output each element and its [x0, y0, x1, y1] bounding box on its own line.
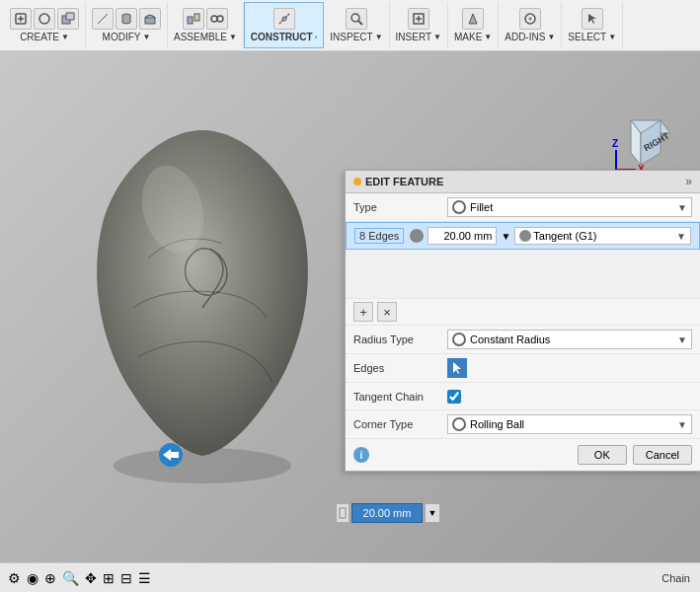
dimension-label-icon: [336, 503, 350, 523]
status-icon-zoom[interactable]: 🔍: [62, 570, 79, 586]
make-label[interactable]: MAKE ▼: [454, 32, 492, 42]
type-label: Type: [353, 201, 447, 213]
addins-icon-1[interactable]: [519, 8, 541, 30]
modify-icon-1[interactable]: [92, 8, 114, 30]
dimension-value-display[interactable]: 20.00 mm: [351, 503, 423, 523]
canvas-area: Z X RIGHT EDIT FEATURE » Type: [0, 51, 700, 592]
edges-row[interactable]: 8 Edges ▼ Tangent (G1) ▼: [346, 222, 700, 250]
toolbar: CREATE ▼ MODIFY ▼: [0, 0, 700, 51]
edges-select-control: [447, 358, 692, 378]
status-icon-grid[interactable]: ⊞: [103, 570, 115, 586]
toolbar-section-create[interactable]: CREATE ▼: [4, 2, 86, 48]
status-bar: ⚙ ◉ ⊕ 🔍 ✥ ⊞ ⊟ ☰ Chain: [0, 562, 700, 592]
panel-empty-space: [346, 250, 700, 299]
create-icon-3[interactable]: [57, 8, 79, 30]
radius-type-arrow: ▼: [677, 334, 687, 345]
remove-edge-set-button[interactable]: ×: [377, 302, 397, 322]
svg-point-13: [351, 14, 359, 22]
toolbar-section-make[interactable]: MAKE ▼: [448, 2, 499, 48]
edges-count-badge: 8 Edges: [354, 228, 404, 244]
create-icon-2[interactable]: [34, 8, 55, 30]
corner-type-icon: [452, 417, 466, 431]
corner-type-control[interactable]: Rolling Ball ▼: [447, 414, 692, 434]
toolbar-section-assemble[interactable]: ASSEMBLE ▼: [168, 2, 244, 48]
toolbar-section-select[interactable]: SELECT ▼: [562, 2, 623, 48]
inspect-label[interactable]: INSPECT ▼: [330, 32, 382, 42]
tangent-chain-checkbox[interactable]: [447, 390, 461, 404]
edge-size-input[interactable]: [428, 227, 497, 245]
toolbar-section-addins[interactable]: ADD-INS ▼: [499, 2, 562, 48]
tangent-value: Tangent (G1): [533, 230, 596, 242]
toolbar-section-inspect[interactable]: INSPECT ▼: [324, 2, 389, 48]
dimension-dropdown-arrow[interactable]: ▼: [425, 503, 440, 523]
construct-icon-1[interactable]: [273, 8, 295, 30]
toolbar-section-modify[interactable]: MODIFY ▼: [86, 2, 168, 48]
status-icon-layers[interactable]: ☰: [138, 570, 151, 586]
make-icon-1[interactable]: [462, 8, 484, 30]
svg-point-3: [39, 14, 49, 24]
select-icon-1[interactable]: [582, 8, 603, 30]
info-icon[interactable]: i: [353, 447, 369, 463]
fillet-type-value: Fillet: [470, 201, 493, 213]
inspect-icon-1[interactable]: [346, 8, 367, 30]
modify-icon-3[interactable]: [139, 8, 161, 30]
edge-size-icon: [410, 229, 424, 243]
svg-point-9: [211, 16, 217, 22]
edges-select-row: Edges: [346, 354, 700, 383]
modify-label[interactable]: MODIFY ▼: [103, 32, 151, 42]
make-arrow: ▼: [484, 33, 492, 41]
assemble-label[interactable]: ASSEMBLE ▼: [174, 32, 237, 42]
radius-type-icon: [452, 333, 466, 346]
ok-button[interactable]: OK: [578, 445, 627, 465]
assemble-icon-1[interactable]: [183, 8, 204, 30]
addins-label[interactable]: ADD-INS ▼: [505, 32, 555, 42]
create-label[interactable]: CREATE ▼: [20, 32, 69, 42]
insert-icon-1[interactable]: [408, 8, 429, 30]
chain-label: Chain: [661, 572, 690, 584]
add-edge-set-button[interactable]: +: [353, 302, 373, 322]
radius-type-control[interactable]: Constant Radius ▼: [447, 330, 692, 349]
toolbar-section-insert[interactable]: INSERT ▼: [390, 2, 448, 48]
toolbar-section-construct[interactable]: CONSTRUCT ›: [244, 2, 324, 48]
panel-expand-btn[interactable]: »: [685, 175, 692, 188]
svg-marker-5: [66, 13, 74, 20]
modify-icon-2[interactable]: [116, 8, 137, 30]
fillet-type-dropdown[interactable]: Fillet ▼: [447, 197, 692, 217]
status-icon-display[interactable]: ◉: [27, 570, 39, 586]
tangent-chain-label: Tangent Chain: [353, 391, 447, 403]
construct-arrow: ›: [315, 33, 318, 41]
status-icon-grid2[interactable]: ⊟: [120, 570, 132, 586]
edge-tangent-dropdown[interactable]: Tangent (G1) ▼: [514, 227, 691, 245]
move-arrow-indicator: [153, 441, 189, 475]
construct-label[interactable]: CONSTRUCT ›: [251, 32, 317, 42]
svg-rect-8: [194, 14, 199, 21]
status-icon-orbit[interactable]: ⊕: [44, 570, 56, 586]
assemble-arrow: ▼: [229, 33, 237, 41]
corner-type-value: Rolling Ball: [470, 418, 524, 430]
cancel-button[interactable]: Cancel: [633, 445, 692, 465]
edit-feature-panel: EDIT FEATURE » Type Fillet ▼ 8 Edges: [345, 170, 700, 472]
select-label[interactable]: SELECT ▼: [568, 32, 616, 42]
corner-type-row: Corner Type Rolling Ball ▼: [346, 410, 700, 439]
svg-line-14: [358, 21, 362, 25]
create-icon-1[interactable]: [10, 8, 32, 30]
dimension-bar: 20.00 mm ▼: [336, 503, 440, 523]
panel-footer: i OK Cancel: [346, 439, 700, 471]
edge-size-dropdown-arrow[interactable]: ▼: [501, 231, 510, 242]
radius-type-label: Radius Type: [353, 333, 447, 345]
radius-type-dropdown[interactable]: Constant Radius ▼: [447, 330, 692, 349]
status-icon-settings[interactable]: ⚙: [8, 570, 21, 586]
assemble-icon-2[interactable]: [206, 8, 228, 30]
tangent-chain-control: [447, 390, 692, 404]
tangent-chain-row: Tangent Chain: [346, 383, 700, 410]
svg-rect-6: [145, 18, 155, 24]
tangent-icon: [519, 230, 531, 242]
corner-type-dropdown[interactable]: Rolling Ball ▼: [447, 414, 692, 434]
add-remove-row: + ×: [346, 299, 700, 326]
radius-type-row: Radius Type Constant Radius ▼: [346, 326, 700, 354]
insert-arrow: ▼: [433, 33, 441, 41]
edges-select-cursor[interactable]: [447, 358, 467, 378]
status-icon-pan[interactable]: ✥: [85, 570, 97, 586]
insert-label[interactable]: INSERT ▼: [396, 32, 441, 42]
type-control[interactable]: Fillet ▼: [447, 197, 692, 217]
